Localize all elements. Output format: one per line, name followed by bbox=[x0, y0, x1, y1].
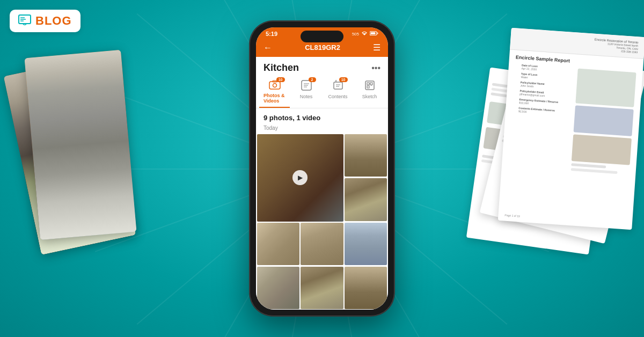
photo-thumb-7[interactable] bbox=[301, 267, 343, 309]
document-card-front: Encircle Restoration of Toronto 1120 Vic… bbox=[498, 28, 644, 230]
status-icons: 505 bbox=[352, 31, 378, 37]
wifi-icon bbox=[361, 31, 368, 37]
photos-grid: ▶ bbox=[256, 134, 388, 310]
room-title: Kitchen bbox=[264, 62, 299, 74]
doc-type-of-loss-field: Type of Loss Water bbox=[521, 72, 567, 82]
svg-rect-19 bbox=[367, 86, 369, 88]
sketch-label: Sketch bbox=[362, 94, 377, 99]
battery-icon bbox=[370, 31, 378, 37]
photo-thumb-4[interactable] bbox=[301, 223, 343, 265]
tab-notes[interactable]: 2 Notes bbox=[291, 78, 321, 108]
photo-thumb-6[interactable] bbox=[257, 267, 299, 309]
tab-contents[interactable]: 10 Contents bbox=[323, 78, 353, 108]
notes-badge: 2 bbox=[309, 77, 316, 82]
photos-count: 9 photos, 1 video bbox=[256, 108, 388, 124]
signal-text: 505 bbox=[352, 32, 359, 36]
photos-badge: 10 bbox=[276, 77, 285, 82]
nav-title: CL819GR2 bbox=[305, 43, 340, 52]
photo-thumb-1[interactable] bbox=[345, 134, 387, 177]
blog-label: BLOG bbox=[35, 14, 72, 28]
photo-card-front bbox=[25, 50, 137, 240]
photos-label: Photos & Videos bbox=[264, 93, 286, 104]
phone-screen: 5:19 505 bbox=[256, 27, 388, 310]
tabs-bar: 10 Photos & Videos 2 Notes bbox=[256, 76, 388, 108]
sketch-icon-wrap bbox=[364, 80, 375, 93]
phone-frame: 5:19 505 bbox=[250, 21, 394, 316]
contents-badge: 10 bbox=[339, 77, 348, 82]
svg-point-7 bbox=[273, 84, 276, 87]
photo-thumb-8[interactable] bbox=[345, 267, 387, 309]
tab-photos-videos[interactable]: 10 Photos & Videos bbox=[259, 78, 290, 108]
more-button[interactable]: ••• bbox=[371, 63, 380, 73]
svg-rect-6 bbox=[269, 82, 280, 89]
svg-rect-16 bbox=[365, 81, 374, 90]
room-header: Kitchen ••• bbox=[256, 57, 388, 76]
blog-badge: BLOG bbox=[10, 10, 80, 32]
photos-icon-wrap: 10 bbox=[269, 80, 281, 92]
photo-thumb-2[interactable] bbox=[345, 178, 387, 221]
menu-button[interactable]: ☰ bbox=[373, 42, 380, 53]
doc-contents-estimate-field: Emergency Estimate / Reserve $10,000 bbox=[519, 98, 565, 107]
play-button[interactable]: ▶ bbox=[292, 170, 308, 185]
back-button[interactable]: ← bbox=[264, 43, 272, 53]
tab-sketch[interactable]: Sketch bbox=[354, 78, 385, 108]
blog-icon bbox=[18, 14, 31, 28]
photo-thumb-3[interactable] bbox=[257, 223, 299, 265]
status-time: 5:19 bbox=[266, 31, 277, 37]
notes-label: Notes bbox=[300, 94, 313, 99]
notes-icon-wrap: 2 bbox=[301, 80, 312, 93]
svg-rect-18 bbox=[370, 83, 372, 85]
svg-rect-5 bbox=[371, 32, 376, 34]
doc-reserve-field: Contents Estimate / Reserve $2,500 bbox=[518, 106, 565, 116]
svg-rect-13 bbox=[334, 82, 342, 89]
doc-email-field: Policyholder Email jdhname@gmail.com bbox=[519, 89, 566, 99]
contents-icon-wrap: 10 bbox=[333, 80, 343, 93]
contents-label: Contents bbox=[328, 94, 347, 99]
video-thumb[interactable]: ▶ bbox=[257, 134, 343, 222]
doc-policyholder-field: Policyholder Name John Smith bbox=[520, 80, 566, 90]
doc-page-number: Page 1 of 19 bbox=[504, 214, 520, 218]
doc-date-of-loss-field: Date of Loss Apr 22, 2020 bbox=[521, 63, 567, 73]
phone: 5:19 505 bbox=[250, 21, 394, 316]
photo-thumb-5[interactable] bbox=[345, 223, 387, 265]
dynamic-island bbox=[301, 31, 343, 42]
content-area: 9 photos, 1 video Today ▶ bbox=[256, 108, 388, 310]
svg-rect-17 bbox=[367, 83, 369, 85]
photos-date: Today bbox=[256, 124, 388, 134]
